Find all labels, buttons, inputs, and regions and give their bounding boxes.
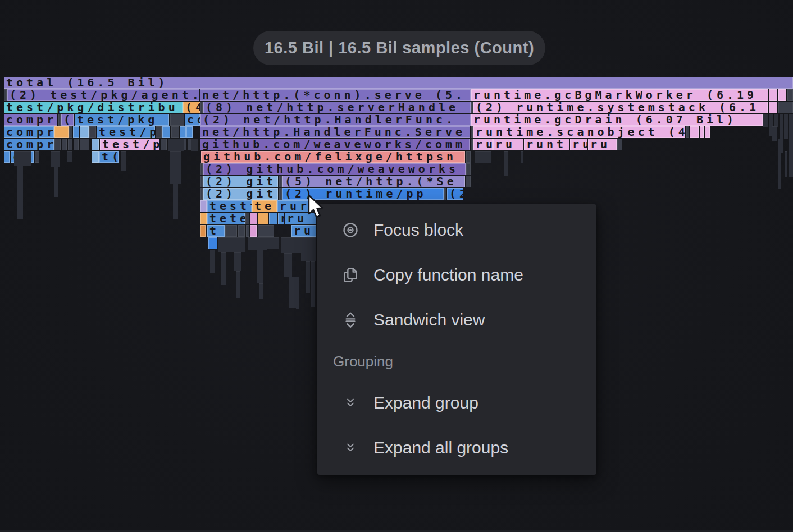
flame-bar[interactable]: (2) test/pkg/agent.: [7, 89, 199, 101]
flame-bar[interactable]: compr: [4, 126, 54, 138]
flame-bar[interactable]: [279, 188, 282, 200]
flame-collapsed-bar[interactable]: [296, 277, 299, 309]
flame-collapsed-bar[interactable]: [475, 151, 491, 163]
flame-bar[interactable]: [778, 89, 786, 101]
menu-item-copy-function-name[interactable]: Copy function name: [317, 253, 596, 297]
flame-bar[interactable]: total (16.5 Bil): [4, 77, 793, 89]
flame-bar[interactable]: [200, 188, 203, 200]
flame-bar[interactable]: [245, 213, 249, 224]
flame-bar[interactable]: [466, 163, 471, 175]
flame-collapsed-bar[interactable]: [521, 151, 523, 163]
flame-collapsed-bar[interactable]: [54, 167, 58, 197]
flame-bar[interactable]: [200, 213, 207, 224]
flame-collapsed-bar[interactable]: [289, 277, 296, 308]
flame-collapsed-bar[interactable]: [67, 151, 72, 162]
flame-collapsed-bar[interactable]: [173, 184, 178, 219]
flame-bar[interactable]: [769, 102, 777, 113]
flame-collapsed-bar[interactable]: [248, 237, 267, 250]
flame-bar[interactable]: [225, 225, 237, 237]
flame-bar[interactable]: [250, 225, 257, 237]
flame-bar[interactable]: t(: [99, 151, 119, 163]
flame-collapsed-bar[interactable]: [778, 139, 781, 189]
flame-bar[interactable]: [258, 225, 274, 237]
menu-item-expand-all-groups[interactable]: Expand all groups: [317, 425, 596, 470]
flame-bar[interactable]: ru: [291, 225, 316, 237]
flame-bar[interactable]: [92, 139, 99, 150]
flame-collapsed-bar[interactable]: [504, 151, 508, 176]
flame-bar[interactable]: compr: [4, 139, 54, 150]
flame-bar[interactable]: [35, 151, 39, 163]
flame-collapsed-bar[interactable]: [306, 261, 310, 293]
flame-bar[interactable]: test/pkg: [75, 114, 169, 126]
flame-collapsed-bar[interactable]: [168, 139, 184, 151]
flame-bar[interactable]: test/p: [100, 139, 159, 150]
flame-collapsed-bar[interactable]: [17, 166, 23, 219]
flame-bar[interactable]: [74, 139, 79, 150]
flame-collapsed-bar[interactable]: [236, 271, 240, 298]
flame-bar[interactable]: [54, 126, 69, 138]
flame-collapsed-bar[interactable]: [784, 114, 788, 139]
flame-bar[interactable]: runtime.gcBgMarkWorker (6.19: [471, 89, 768, 101]
flame-bar[interactable]: ru: [473, 139, 493, 150]
flame-collapsed-bar[interactable]: [234, 252, 241, 271]
flame-bar[interactable]: [250, 213, 257, 224]
flame-bar[interactable]: [62, 139, 67, 150]
flame-bar[interactable]: [466, 176, 471, 187]
flame-bar[interactable]: (2) runtime/pp: [282, 188, 444, 200]
flame-bar[interactable]: [787, 89, 793, 101]
flame-bar[interactable]: [73, 126, 79, 138]
flame-bar[interactable]: net/http.(*conn).serve (5.: [200, 89, 471, 101]
menu-item-expand-group[interactable]: Expand group: [317, 380, 596, 425]
flame-collapsed-bar[interactable]: [772, 126, 777, 141]
flame-bar[interactable]: runtime.gcDrain (6.07 Bil): [471, 114, 763, 126]
flame-collapsed-bar[interactable]: [51, 151, 60, 167]
menu-item-sandwich-view[interactable]: Sandwich view: [317, 297, 596, 342]
flame-collapsed-bar[interactable]: [221, 252, 226, 285]
flame-bar[interactable]: [279, 176, 282, 187]
flame-bar[interactable]: [444, 188, 446, 200]
flame-bar[interactable]: [238, 225, 245, 237]
flame-bar[interactable]: [200, 176, 203, 187]
flame-bar[interactable]: [54, 139, 61, 150]
flame-bar[interactable]: ru: [588, 139, 617, 150]
flame-bar[interactable]: [778, 102, 793, 113]
flame-collapsed-bar[interactable]: [170, 151, 181, 184]
flame-bar[interactable]: [4, 89, 7, 101]
flame-bar[interactable]: ru: [493, 139, 523, 150]
flame-collapsed-bar[interactable]: [210, 250, 215, 273]
flame-bar[interactable]: [769, 89, 777, 101]
flame-bar[interactable]: ru: [570, 139, 587, 150]
flame-bar[interactable]: [89, 126, 96, 138]
flame-bar[interactable]: [690, 126, 699, 138]
flame-bar[interactable]: [467, 102, 470, 113]
menu-item-focus-block[interactable]: Focus block: [317, 208, 596, 253]
flame-collapsed-bar[interactable]: [785, 151, 787, 177]
flame-bar[interactable]: [686, 126, 689, 138]
flame-bar[interactable]: [200, 102, 203, 113]
flame-bar[interactable]: testte: [207, 200, 252, 212]
flame-collapsed-bar[interactable]: [14, 151, 31, 166]
flame-bar[interactable]: rur: [277, 200, 316, 212]
flame-bar[interactable]: (2) runtime.systemstack (6.1: [473, 102, 768, 113]
flame-collapsed-bar[interactable]: [763, 114, 768, 127]
flame-bar[interactable]: [705, 126, 710, 138]
flame-bar[interactable]: [92, 151, 99, 163]
flame-bar[interactable]: [69, 126, 72, 138]
flame-bar[interactable]: [161, 139, 167, 150]
flame-bar[interactable]: te: [252, 200, 277, 212]
flame-bar[interactable]: test/pkg/distribu: [4, 102, 183, 113]
flame-bar[interactable]: [208, 237, 217, 249]
flame-bar[interactable]: [200, 200, 207, 212]
flame-bar[interactable]: (2) net/http.HandlerFunc.: [200, 114, 471, 126]
flame-bar[interactable]: [58, 114, 61, 126]
flame-bar[interactable]: [471, 126, 473, 138]
flame-bar[interactable]: [180, 126, 186, 138]
flame-collapsed-bar[interactable]: [301, 237, 316, 261]
flame-bar[interactable]: [186, 126, 193, 138]
flame-bar[interactable]: (: [61, 114, 74, 126]
flame-bar[interactable]: [200, 163, 203, 175]
flame-bar[interactable]: runt: [524, 139, 569, 150]
flame-bar[interactable]: compr: [4, 114, 57, 126]
flame-collapsed-bar[interactable]: [789, 114, 793, 177]
flame-bar[interactable]: (2) git: [203, 176, 278, 187]
